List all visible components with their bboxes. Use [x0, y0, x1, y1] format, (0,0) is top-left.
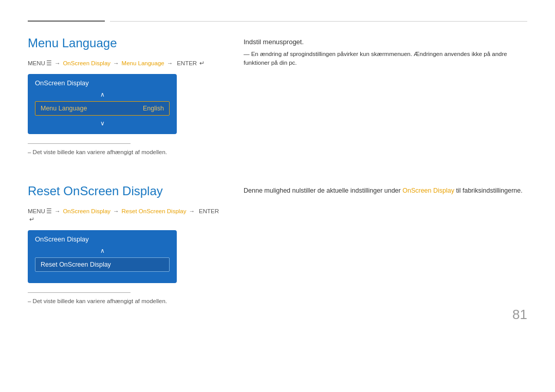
osd-reset-item-label: Reset OnScreen Display — [41, 261, 111, 268]
section2-right: Denne mulighed nulstiller de aktuelle in… — [244, 184, 527, 307]
section2-desc-body: Denne mulighed nulstiller de aktuelle in… — [244, 187, 401, 194]
page-number: 81 — [512, 307, 527, 323]
osd-chevron-down-section1: ∨ — [35, 120, 170, 127]
section2-left: Reset OnScreen Display MENU ☰ → OnScreen… — [28, 184, 223, 307]
section1-divider — [28, 143, 131, 144]
section-menu-language: Menu Language MENU ☰ → OnScreen Display … — [28, 36, 527, 158]
section1-desc-title: Indstil menusproget. — [244, 38, 527, 46]
breadcrumb2-arrow1: → — [54, 208, 61, 214]
breadcrumb2-link1: OnScreen Display — [63, 208, 110, 214]
osd-menu-language-label: Menu Language — [41, 105, 87, 112]
osd-chevron-up-section1: ∧ — [35, 91, 170, 98]
osd-menu-language-value: English — [143, 105, 164, 112]
breadcrumb-arrow3: → — [167, 60, 173, 66]
osd-box-title-section1: OnScreen Display — [35, 79, 170, 87]
breadcrumb-enter: ENTER — [177, 60, 197, 66]
osd-chevron-up-section2: ∧ — [35, 247, 170, 254]
breadcrumb2-link2: Reset OnScreen Display — [122, 208, 187, 214]
osd-menu-language-item[interactable]: Menu Language English — [35, 101, 170, 116]
section1-right: Indstil menusproget. En ændring af sprog… — [244, 36, 527, 158]
breadcrumb2-arrow3: → — [189, 208, 195, 214]
section-reset-osd: Reset OnScreen Display MENU ☰ → OnScreen… — [28, 184, 527, 307]
section1-desc-note: En ændring af sprogindstillingen påvirke… — [244, 50, 527, 68]
breadcrumb2-menu-icon: ☰ — [46, 208, 52, 215]
breadcrumb-section2: MENU ☰ → OnScreen Display → Reset OnScre… — [28, 208, 223, 223]
breadcrumb2-enter: ENTER — [199, 208, 219, 214]
breadcrumb2-arrow2: → — [113, 208, 119, 214]
section1-note: – Det viste billede kan variere afhængig… — [28, 149, 223, 155]
chevron-up-icon-section1: ∧ — [100, 91, 105, 98]
breadcrumb-menu-icon: ☰ — [46, 60, 52, 67]
chevron-down-icon-section1: ∨ — [100, 120, 105, 127]
chevron-up-icon-section2: ∧ — [100, 247, 105, 254]
section2-divider — [28, 292, 131, 293]
section2-desc-link: OnScreen Display — [402, 187, 454, 194]
top-rule — [28, 21, 527, 22]
section2-note: – Det viste billede kan variere afhængig… — [28, 298, 223, 304]
osd-box-section1: OnScreen Display ∧ Menu Language English… — [28, 74, 177, 134]
breadcrumb-arrow1: → — [54, 60, 61, 66]
section2-desc-suffix: til fabriksindstillingerne. — [456, 187, 522, 194]
section1-left: Menu Language MENU ☰ → OnScreen Display … — [28, 36, 223, 158]
breadcrumb-link1: OnScreen Display — [63, 60, 110, 66]
osd-box-title-section2: OnScreen Display — [35, 235, 170, 243]
osd-reset-item[interactable]: Reset OnScreen Display — [35, 257, 170, 272]
breadcrumb-link2: Menu Language — [122, 60, 164, 66]
breadcrumb-enter-icon: ↵ — [199, 60, 205, 67]
osd-box-section2: OnScreen Display ∧ Reset OnScreen Displa… — [28, 230, 177, 283]
section1-title: Menu Language — [28, 36, 223, 50]
breadcrumb-section1: MENU ☰ → OnScreen Display → Menu Languag… — [28, 60, 223, 67]
section2-title: Reset OnScreen Display — [28, 184, 223, 198]
breadcrumb2-enter-icon: ↵ — [29, 216, 34, 223]
section2-desc: Denne mulighed nulstiller de aktuelle in… — [244, 186, 527, 196]
breadcrumb-arrow2: → — [113, 60, 119, 66]
breadcrumb2-menu-label: MENU — [28, 208, 45, 214]
breadcrumb-menu-label: MENU — [28, 60, 45, 66]
